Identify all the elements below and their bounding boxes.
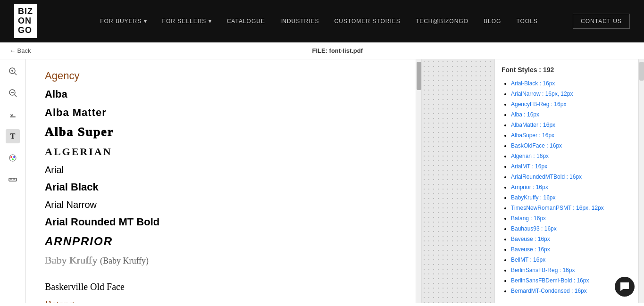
font-style-item: Bauhaus93 : 16px xyxy=(511,224,632,233)
file-prefix: FILE: xyxy=(312,47,327,54)
nav-industries[interactable]: INDUSTRIES xyxy=(280,18,319,25)
breadcrumb-bar: ← Back FILE: font-list.pdf xyxy=(0,42,644,59)
font-style-item: Algerian : 16px xyxy=(511,152,632,160)
logo-text: BIZONGO xyxy=(14,4,37,38)
font-style-item: BernardMT-Condensed : 16px xyxy=(511,287,632,295)
nav-tools[interactable]: TOOLS xyxy=(516,18,537,25)
list-item: ALGERIAN xyxy=(45,145,397,159)
pdf-scrollbar[interactable] xyxy=(416,59,421,303)
list-item: Arial Rounded MT Bold xyxy=(45,215,397,230)
font-style-item: ArialRoundedMTBold : 16px xyxy=(511,173,632,181)
nav-blog[interactable]: BLOG xyxy=(484,18,501,25)
file-name: font-list.pdf xyxy=(329,47,363,54)
main-nav: FOR BUYERS FOR SELLERS CATALOGUE INDUSTR… xyxy=(65,18,573,25)
list-item: ARNPRIOR xyxy=(45,233,397,249)
svg-point-9 xyxy=(10,156,12,158)
list-item: Alba Super xyxy=(45,124,397,141)
pan-icon[interactable] xyxy=(6,108,20,122)
font-style-item: AlbaSuper : 16px xyxy=(511,131,632,140)
text-icon[interactable]: T xyxy=(6,129,20,143)
logo[interactable]: BIZONGO xyxy=(14,4,37,38)
chat-bubble[interactable] xyxy=(615,277,635,297)
font-style-item: AgencyFB-Reg : 16px xyxy=(511,100,632,108)
svg-rect-12 xyxy=(9,178,17,181)
nav-tech-bizongo[interactable]: TECH@BIZONGO xyxy=(416,18,468,25)
font-style-item: BellMT : 16px xyxy=(511,256,632,264)
list-item: Alba Matter xyxy=(45,106,397,120)
font-style-item: BaskOldFace : 16px xyxy=(511,141,632,150)
pdf-scrollbar-thumb[interactable] xyxy=(417,62,421,90)
list-item: Arial Black xyxy=(45,180,397,195)
zoom-in-icon[interactable] xyxy=(6,64,20,78)
contact-button[interactable]: CONTACT US xyxy=(573,14,630,29)
header: BIZONGO FOR BUYERS FOR SELLERS CATALOGUE… xyxy=(0,0,644,42)
list-item: Agency xyxy=(45,69,397,83)
font-style-item: TimesNewRomanPSMT : 16px, 12px xyxy=(511,204,632,212)
list-item: Batang xyxy=(45,297,397,303)
zoom-out-icon[interactable] xyxy=(6,86,20,100)
font-style-item: BabyKruffy : 16px xyxy=(511,193,632,202)
dotted-panel xyxy=(421,59,494,303)
font-styles-title: Font Styles : 192 xyxy=(502,66,632,74)
left-toolbar: T xyxy=(0,59,26,303)
content-area: Agency Alba Alba Matter Alba Super ALGER… xyxy=(26,59,644,303)
color-icon[interactable] xyxy=(6,151,20,165)
font-style-item: Baveuse : 16px xyxy=(511,245,632,254)
list-item: Arial Narrow xyxy=(45,198,397,211)
nav-catalogue[interactable]: CATALOGUE xyxy=(227,18,265,25)
font-style-item: Baveuse : 16px xyxy=(511,235,632,243)
font-style-item: Batang : 16px xyxy=(511,214,632,223)
font-styles-list: Arial-Black : 16pxArialNarrow : 16px, 12… xyxy=(502,79,632,295)
font-style-item: Alba : 16px xyxy=(511,110,632,119)
list-item: Baskerville Old Face xyxy=(45,280,397,293)
svg-point-10 xyxy=(13,156,15,158)
svg-point-11 xyxy=(12,158,14,160)
svg-line-6 xyxy=(15,95,17,97)
nav-customer-stories[interactable]: CUSTOMER STORIES xyxy=(335,18,401,25)
file-label: FILE: font-list.pdf xyxy=(41,47,635,54)
font-style-item: ArialNarrow : 16px, 12px xyxy=(511,90,632,98)
svg-rect-7 xyxy=(10,116,16,117)
ruler-icon[interactable] xyxy=(6,173,20,187)
font-style-item: BerlinSansFBDemi-Bold : 16px xyxy=(511,276,632,285)
nav-for-buyers[interactable]: FOR BUYERS xyxy=(100,18,147,25)
font-style-item: BerlinSansFB-Reg : 16px xyxy=(511,266,632,274)
nav-for-sellers[interactable]: FOR SELLERS xyxy=(162,18,212,25)
list-item: Alba xyxy=(45,87,397,102)
list-item: Baby Kruffy Baby Kruffy (Baby Kruffy) xyxy=(45,253,397,268)
right-scrollbar[interactable] xyxy=(638,59,644,303)
font-style-item: AlbaMatter : 16px xyxy=(511,121,632,129)
pdf-view[interactable]: Agency Alba Alba Matter Alba Super ALGER… xyxy=(26,59,416,303)
main-layout: T Agency Alba Alba Matter xyxy=(0,59,644,303)
right-panel[interactable]: Font Styles : 192 Arial-Black : 16pxAria… xyxy=(494,59,638,303)
font-style-item: ArialMT : 16px xyxy=(511,162,632,171)
svg-line-3 xyxy=(15,73,17,75)
font-style-item: Arnprior : 16px xyxy=(511,183,632,191)
back-link[interactable]: ← Back xyxy=(9,47,31,54)
list-item: Arial xyxy=(45,163,397,176)
font-style-item: Arial-Black : 16px xyxy=(511,79,632,88)
right-scrollbar-thumb[interactable] xyxy=(639,62,644,81)
